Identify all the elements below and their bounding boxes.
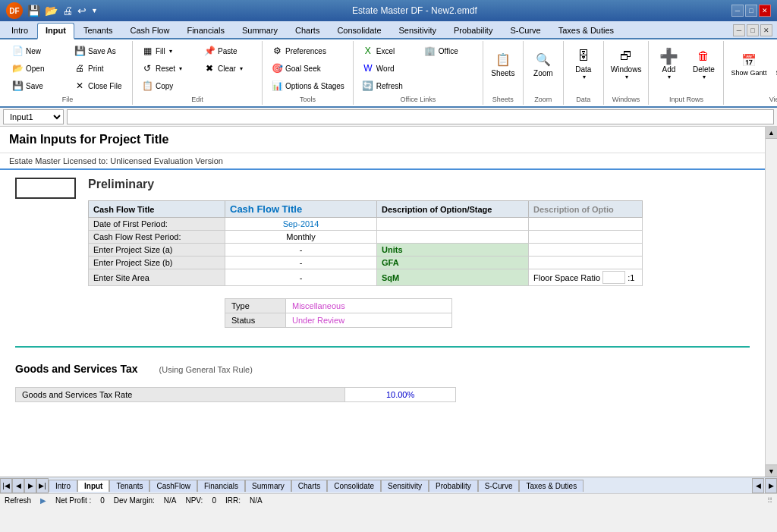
- ribbon-tabs: Intro Input Tenants Cash Flow Financials…: [0, 21, 777, 39]
- tab-probability[interactable]: Probability: [445, 23, 501, 38]
- col-header-desc2: Description of Optio: [529, 201, 643, 218]
- tab-last-button[interactable]: ▶|: [36, 478, 49, 493]
- zoom-icon: 🔍: [534, 51, 552, 69]
- tab-scurve[interactable]: S-Curve: [502, 23, 549, 38]
- fill-icon: ▦: [141, 45, 153, 57]
- windows-button[interactable]: 🗗 Windows ▾: [607, 42, 646, 85]
- quick-access-dropdown[interactable]: ▼: [91, 7, 98, 14]
- tab-cashflow[interactable]: Cash Flow: [121, 23, 178, 38]
- data-button[interactable]: 🗄 Data ▾: [567, 42, 600, 85]
- status-value[interactable]: Under Review: [286, 313, 452, 328]
- bottom-tab-financials[interactable]: Financials: [197, 480, 245, 492]
- gst-rate-value[interactable]: 10.00%: [345, 388, 455, 402]
- restore-button[interactable]: □: [745, 5, 757, 17]
- bottom-tab-sensitivity[interactable]: Sensitivity: [381, 480, 429, 492]
- print-button[interactable]: 🖨 Print: [68, 60, 129, 77]
- row-floor-label: Floor Space Ratio :1: [529, 269, 643, 286]
- office-button[interactable]: 🏢 Office: [419, 42, 480, 59]
- bottom-tab-tenants[interactable]: Tenants: [109, 480, 149, 492]
- tab-consolidate[interactable]: Consolidate: [329, 23, 389, 38]
- scrollbar-right[interactable]: ▲ ▼: [765, 127, 777, 477]
- status-resize-grip: ⠿: [767, 496, 772, 505]
- excel-button[interactable]: X Excel: [357, 42, 417, 59]
- fill-button[interactable]: ▦ Fill ▾: [136, 42, 197, 59]
- name-box[interactable]: Input1: [3, 109, 64, 124]
- quick-access-save[interactable]: 💾: [27, 5, 40, 17]
- add-button[interactable]: ➕ Add ▾: [652, 42, 685, 85]
- bottom-tab-taxes[interactable]: Taxes & Duties: [519, 480, 584, 492]
- tab-prev-button[interactable]: ◀: [12, 478, 24, 493]
- show-gantt-button[interactable]: 📅 Show Gantt: [727, 42, 770, 85]
- content-body[interactable]: Preliminary Cash Flow Title Cash Flow Ti…: [0, 170, 765, 473]
- minimize-button[interactable]: ─: [731, 5, 744, 17]
- row-value-2[interactable]: Monthly: [225, 231, 377, 244]
- scroll-up-button[interactable]: ▲: [766, 127, 777, 139]
- bottom-tab-charts[interactable]: Charts: [291, 480, 327, 492]
- floor-space-ratio-input[interactable]: [602, 271, 625, 284]
- delete-button[interactable]: 🗑 Delete ▾: [687, 42, 720, 85]
- tab-first-button[interactable]: |◀: [0, 478, 12, 493]
- tab-next-button[interactable]: ▶: [24, 478, 36, 493]
- sheets-button[interactable]: 📋 Sheets: [486, 42, 520, 85]
- bottom-tab-intro[interactable]: Intro: [49, 480, 77, 492]
- reset-button[interactable]: ↺ Reset ▾: [136, 60, 197, 77]
- quick-access-print[interactable]: 🖨: [62, 5, 73, 17]
- row-value-5[interactable]: -: [225, 269, 377, 286]
- save-as-button[interactable]: 💾 Save As: [68, 42, 129, 59]
- save-button[interactable]: 💾 Save: [6, 77, 67, 94]
- bottom-tab-scurve[interactable]: S-Curve: [478, 480, 520, 492]
- options-stages-button[interactable]: 📊 Options & Stages: [266, 77, 350, 94]
- table-row: Enter Project Size (a) - Units: [89, 244, 643, 257]
- zoom-button[interactable]: 🔍 Zoom: [527, 42, 560, 85]
- quick-access-open[interactable]: 📂: [45, 5, 58, 17]
- show-totals-button[interactable]: Σ Show Totals: [772, 42, 777, 85]
- bottom-tab-summary[interactable]: Summary: [245, 480, 291, 492]
- goal-seek-button[interactable]: 🎯 Goal Seek: [266, 60, 350, 77]
- new-button[interactable]: 📄 New: [6, 42, 67, 59]
- type-value[interactable]: Miscellaneous: [286, 299, 452, 313]
- scroll-down-button[interactable]: ▼: [766, 464, 777, 477]
- file-group-label: File: [62, 94, 74, 103]
- row-label-1: Date of First Period:: [89, 218, 225, 231]
- copy-button[interactable]: 📋 Copy: [136, 77, 197, 94]
- tab-scroll-left[interactable]: ◀: [752, 478, 764, 493]
- row-desc-2: [529, 231, 643, 244]
- col-header-desc: Description of Option/Stage: [377, 201, 529, 218]
- quick-access-undo[interactable]: ↩: [77, 5, 87, 17]
- word-button[interactable]: W Word: [357, 60, 417, 77]
- formula-input[interactable]: [67, 109, 774, 124]
- tab-summary[interactable]: Summary: [234, 23, 286, 38]
- ribbon-group-input-rows: ➕ Add ▾ 🗑 Delete ▾ Input Rows: [649, 41, 724, 105]
- tab-input[interactable]: Input: [37, 23, 74, 39]
- tab-charts[interactable]: Charts: [287, 23, 328, 38]
- ribbon-restore[interactable]: □: [747, 24, 759, 36]
- tab-tenants[interactable]: Tenants: [75, 23, 121, 38]
- ribbon-close[interactable]: ✕: [760, 24, 772, 36]
- bottom-tab-cashflow[interactable]: CashFlow: [149, 480, 197, 492]
- row-value-3[interactable]: -: [225, 244, 377, 257]
- bottom-tab-input[interactable]: Input: [77, 480, 109, 492]
- row-value-1[interactable]: Sep-2014: [225, 218, 377, 231]
- tab-sensitivity[interactable]: Sensitivity: [391, 23, 445, 38]
- main-content: Main Inputs for Project Title Estate Mas…: [0, 127, 777, 477]
- clear-button[interactable]: ✖ Clear ▾: [198, 60, 259, 77]
- preferences-button[interactable]: ⚙ Preferences: [266, 42, 350, 59]
- windows-icon: 🗗: [617, 47, 635, 65]
- status-refresh[interactable]: Refresh: [5, 496, 31, 505]
- bottom-tab-consolidate[interactable]: Consolidate: [327, 480, 381, 492]
- bottom-tabs: |◀ ◀ ▶ ▶| Intro Input Tenants CashFlow F…: [0, 477, 777, 493]
- row-value-4[interactable]: -: [225, 257, 377, 269]
- tab-financials[interactable]: Financials: [178, 23, 233, 38]
- bottom-tab-probability[interactable]: Probability: [429, 480, 478, 492]
- tab-taxes[interactable]: Taxes & Duties: [550, 23, 622, 38]
- ribbon-group-windows: 🗗 Windows ▾ Windows: [604, 41, 650, 105]
- paste-button[interactable]: 📌 Paste: [198, 42, 259, 59]
- tab-intro[interactable]: Intro: [3, 23, 36, 38]
- ribbon-minimize[interactable]: ─: [733, 24, 745, 36]
- office-icon: 🏢: [424, 45, 436, 57]
- refresh-button[interactable]: 🔄 Refresh: [357, 77, 417, 94]
- close-file-button[interactable]: ✕ Close File: [68, 77, 129, 94]
- close-button[interactable]: ✕: [759, 5, 771, 17]
- tab-scroll-right[interactable]: ▶: [765, 478, 777, 493]
- open-button[interactable]: 📂 Open: [6, 60, 67, 77]
